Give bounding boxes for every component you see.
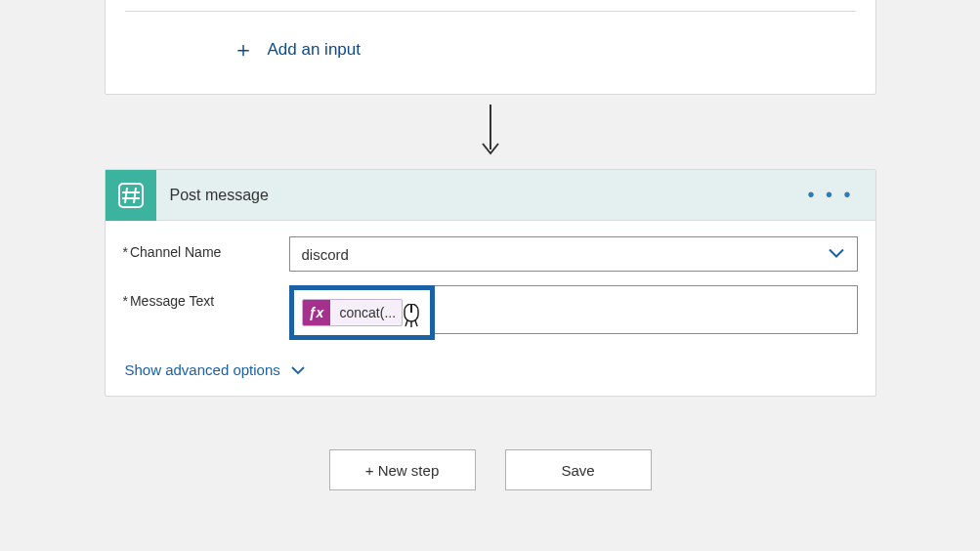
hash-icon (118, 183, 144, 208)
trigger-card: AA Input 1 Please enter your email ⋯ ＋ A… (105, 0, 876, 95)
message-label: *Message Text (123, 285, 289, 309)
ellipsis-icon: • • • (807, 184, 853, 205)
message-label-text: Message Text (130, 293, 214, 309)
advanced-options-label: Show advanced options (125, 361, 280, 378)
show-advanced-options[interactable]: Show advanced options (123, 354, 858, 378)
add-input-button[interactable]: ＋ Add an input (106, 12, 875, 94)
new-step-button[interactable]: + New step (329, 449, 476, 490)
cursor-pointer-icon (401, 304, 422, 333)
bottom-buttons: + New step Save (0, 449, 980, 490)
required-asterisk: * (123, 244, 128, 260)
channel-label-text: Channel Name (130, 244, 221, 260)
expression-highlight: ƒx concat(... (289, 285, 436, 340)
action-title: Post message (156, 187, 804, 204)
arrow-down-icon (479, 105, 502, 159)
chevron-down-icon (290, 361, 306, 378)
fx-icon: ƒx (303, 299, 330, 326)
channel-select[interactable]: discord (289, 236, 858, 272)
connector-icon (106, 170, 156, 221)
action-card: Post message • • • *Channel Name discord… (105, 169, 876, 397)
chevron-down-icon (828, 246, 845, 263)
expression-token[interactable]: ƒx concat(... (302, 299, 404, 326)
save-label: Save (561, 462, 594, 479)
svg-rect-7 (410, 304, 412, 313)
action-header[interactable]: Post message • • • (106, 170, 875, 221)
svg-line-2 (125, 188, 127, 203)
action-body: *Channel Name discord *Message Text ƒx (106, 221, 875, 396)
new-step-label: + New step (365, 462, 439, 479)
svg-line-10 (415, 320, 417, 326)
plus-icon: ＋ (233, 35, 254, 64)
channel-field-row: *Channel Name discord (123, 236, 858, 272)
action-more-button[interactable]: • • • (803, 184, 857, 206)
message-field-row: *Message Text ƒx concat(... (123, 285, 858, 340)
channel-label: *Channel Name (123, 236, 289, 260)
svg-line-9 (405, 320, 407, 326)
required-asterisk: * (123, 293, 128, 309)
message-input[interactable] (434, 285, 857, 334)
flow-arrow (0, 105, 980, 159)
svg-line-3 (134, 188, 136, 203)
add-input-label: Add an input (268, 40, 361, 60)
channel-value: discord (302, 246, 349, 263)
save-button[interactable]: Save (505, 449, 652, 490)
expression-text: concat(... (330, 305, 403, 320)
svg-rect-1 (119, 184, 143, 207)
